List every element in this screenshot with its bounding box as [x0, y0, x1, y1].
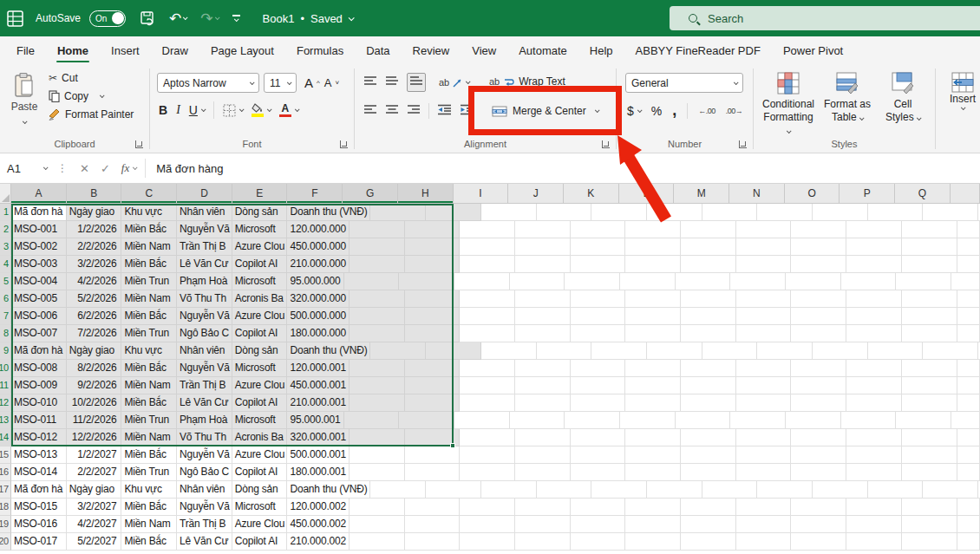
cell-L16[interactable]: [625, 464, 681, 481]
cell-M1[interactable]: [702, 204, 758, 221]
cell-D8[interactable]: Ngô Bảo C: [177, 325, 232, 342]
cell-B10[interactable]: 8/2/2026: [67, 360, 122, 377]
cell-B6[interactable]: 5/2/2026: [67, 290, 122, 308]
cell-P4[interactable]: [846, 256, 902, 273]
cell-O18[interactable]: [791, 499, 846, 516]
cell-M15[interactable]: [681, 446, 736, 464]
cell-D2[interactable]: Nguyễn Vă: [177, 221, 232, 238]
cell-E2[interactable]: Microsoft: [232, 221, 288, 238]
cell-Q8[interactable]: [902, 325, 957, 342]
cell-C4[interactable]: Miền Bắc: [121, 256, 177, 273]
cell-G1[interactable]: [370, 204, 426, 221]
cell-C11[interactable]: Miền Nam: [121, 377, 177, 394]
cell-A9[interactable]: Mã đơn hà: [11, 342, 67, 360]
cell-O20[interactable]: [791, 533, 846, 551]
row-header-1[interactable]: 1: [0, 204, 11, 221]
cell-N8[interactable]: [736, 325, 792, 342]
cell-J17[interactable]: [537, 481, 592, 499]
row-header-16[interactable]: 16: [0, 464, 11, 481]
cell-M5[interactable]: [676, 273, 731, 290]
row-header-19[interactable]: 19: [0, 516, 11, 533]
cell-A1[interactable]: Mã đơn hà: [11, 204, 67, 221]
cell-G5[interactable]: [344, 273, 400, 290]
paste-button[interactable]: Paste: [5, 72, 43, 127]
cell-D5[interactable]: Phạm Hoà: [177, 273, 232, 290]
cell-O19[interactable]: [791, 516, 846, 533]
cell-G20[interactable]: [350, 533, 405, 551]
cell-N15[interactable]: [736, 446, 792, 464]
insert-cells-button[interactable]: Insert: [943, 72, 980, 110]
cell-N17[interactable]: [757, 481, 813, 499]
cell-I2[interactable]: [460, 221, 515, 238]
tab-help[interactable]: Help: [578, 38, 624, 65]
cell-D14[interactable]: Võ Thu Th: [177, 429, 232, 446]
cell-P18[interactable]: [846, 499, 902, 516]
cell-L14[interactable]: [625, 429, 681, 446]
cell-H13[interactable]: [399, 412, 454, 429]
cell-A20[interactable]: MSO-017: [11, 533, 67, 551]
cell-M11[interactable]: [681, 377, 736, 394]
cell-J10[interactable]: [515, 360, 571, 377]
cell-partial-20[interactable]: [957, 533, 980, 551]
row-header-13[interactable]: 13: [0, 412, 11, 429]
cell-L9[interactable]: [647, 342, 702, 360]
cell-C9[interactable]: Khu vực: [121, 342, 177, 360]
clipboard-dialog-launcher-icon[interactable]: [135, 140, 143, 148]
cell-Q18[interactable]: [902, 499, 957, 516]
tab-review[interactable]: Review: [402, 38, 461, 65]
cell-Q3[interactable]: [902, 238, 957, 256]
cell-Q10[interactable]: [902, 360, 957, 377]
cell-F18[interactable]: 120.000.002: [287, 499, 350, 516]
cell-Q14[interactable]: [902, 429, 957, 446]
cell-P3[interactable]: [846, 238, 902, 256]
cell-N4[interactable]: [736, 256, 792, 273]
cell-N16[interactable]: [736, 464, 792, 481]
cell-Q5[interactable]: [896, 273, 951, 290]
cell-O3[interactable]: [791, 238, 846, 256]
cell-G11[interactable]: [350, 377, 405, 394]
cell-F10[interactable]: 120.000.001: [287, 360, 350, 377]
cell-N12[interactable]: [736, 394, 792, 412]
cell-G14[interactable]: [350, 429, 405, 446]
cell-H19[interactable]: [405, 516, 461, 533]
align-center-button[interactable]: [385, 104, 399, 118]
cell-K1[interactable]: [591, 204, 647, 221]
tab-automate[interactable]: Automate: [507, 38, 578, 65]
column-header-Q[interactable]: Q: [895, 184, 951, 204]
tab-home[interactable]: Home: [46, 38, 100, 65]
cell-partial-5[interactable]: [951, 273, 980, 290]
borders-button[interactable]: [223, 104, 243, 117]
cell-A10[interactable]: MSO-008: [11, 360, 67, 377]
cell-L10[interactable]: [625, 360, 681, 377]
cell-F19[interactable]: 450.000.002: [287, 516, 350, 533]
cell-partial-6[interactable]: [957, 290, 980, 308]
cell-A12[interactable]: MSO-010: [11, 394, 67, 412]
cell-C5[interactable]: Miền Trun: [121, 273, 177, 290]
cell-E16[interactable]: Copilot AI: [232, 464, 288, 481]
row-header-20[interactable]: 20: [0, 533, 11, 551]
cell-J15[interactable]: [515, 446, 571, 464]
cell-D12[interactable]: Lê Văn Cư: [177, 394, 232, 412]
cell-D6[interactable]: Võ Thu Th: [177, 290, 232, 308]
cell-M17[interactable]: [702, 481, 758, 499]
cell-M13[interactable]: [676, 412, 731, 429]
insert-function-button[interactable]: fx: [121, 161, 136, 175]
cell-L2[interactable]: [625, 221, 681, 238]
cell-A5[interactable]: MSO-004: [11, 273, 67, 290]
cell-B4[interactable]: 3/2/2026: [67, 256, 122, 273]
cell-O1[interactable]: [813, 204, 868, 221]
cell-P17[interactable]: [868, 481, 924, 499]
cell-C13[interactable]: Miền Trun: [121, 412, 177, 429]
align-right-button[interactable]: [407, 104, 421, 118]
cell-F4[interactable]: 210.000.000: [287, 256, 350, 273]
bold-button[interactable]: B: [159, 103, 167, 117]
font-dialog-launcher-icon[interactable]: [340, 140, 348, 148]
cell-P13[interactable]: [841, 412, 897, 429]
cell-N5[interactable]: [730, 273, 786, 290]
cell-M12[interactable]: [681, 394, 736, 412]
cell-I9[interactable]: [481, 342, 537, 360]
row-header-17[interactable]: 17: [0, 481, 11, 499]
cell-I6[interactable]: [460, 290, 515, 308]
row-header-8[interactable]: 8: [0, 325, 11, 342]
cell-F17[interactable]: Doanh thu (VNĐ): [287, 481, 370, 499]
